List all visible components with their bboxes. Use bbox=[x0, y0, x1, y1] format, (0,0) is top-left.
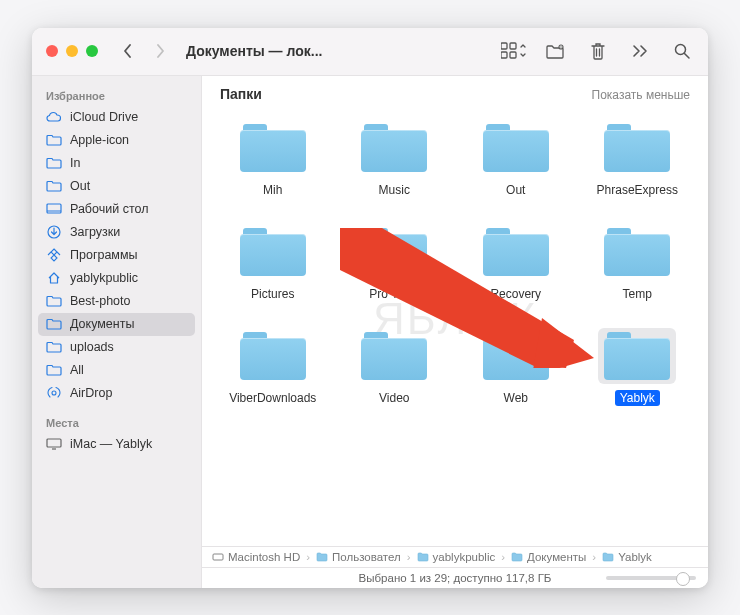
breadcrumb-separator: › bbox=[592, 551, 596, 563]
sidebar-item-label: AirDrop bbox=[70, 386, 112, 400]
sidebar-item-label: Best-photo bbox=[70, 294, 130, 308]
group-button[interactable] bbox=[542, 37, 570, 65]
sidebar-item-imac[interactable]: iMac — Yablyk bbox=[32, 433, 201, 456]
folder-icon bbox=[483, 124, 549, 172]
disk-icon bbox=[212, 551, 224, 563]
folder-item[interactable]: Out bbox=[455, 116, 577, 202]
folder-icon bbox=[417, 552, 429, 562]
sidebar-item-documents[interactable]: Документы bbox=[38, 313, 195, 336]
folder-icon bbox=[316, 552, 328, 562]
breadcrumb[interactable]: Пользовател bbox=[316, 551, 401, 563]
folder-label: Mih bbox=[258, 182, 287, 198]
sidebar-item-airdrop[interactable]: AirDrop bbox=[32, 382, 201, 405]
sidebar-item-desktop[interactable]: Рабочий стол bbox=[32, 198, 201, 221]
folder-grid: ЯБЛЫК MihMusicOutPhraseExpressPicturesPr… bbox=[202, 110, 708, 546]
folder-item[interactable]: Video bbox=[334, 324, 456, 410]
sidebar-item-icloud[interactable]: iCloud Drive bbox=[32, 106, 201, 129]
forward-button[interactable] bbox=[148, 39, 172, 63]
folder-label: Temp bbox=[618, 286, 657, 302]
home-icon bbox=[46, 270, 62, 286]
sidebar-item-in[interactable]: In bbox=[32, 152, 201, 175]
more-button[interactable] bbox=[626, 37, 654, 65]
sidebar-item-all[interactable]: All bbox=[32, 359, 201, 382]
breadcrumb[interactable]: Macintosh HD bbox=[212, 551, 300, 563]
close-button[interactable] bbox=[46, 45, 58, 57]
folder-item[interactable]: Mih bbox=[212, 116, 334, 202]
search-button[interactable] bbox=[668, 37, 696, 65]
path-bar: Macintosh HD›Пользовател›yablykpublic›До… bbox=[202, 546, 708, 567]
apps-icon bbox=[46, 247, 62, 263]
sidebar-item-downloads[interactable]: Загрузки bbox=[32, 221, 201, 244]
folder-item[interactable]: Pro Tools bbox=[334, 220, 456, 306]
chevron-right-icon bbox=[154, 43, 166, 59]
folder-icon bbox=[483, 332, 549, 380]
folder-item[interactable]: Recovery bbox=[455, 220, 577, 306]
folder-icon bbox=[46, 178, 62, 194]
svg-rect-12 bbox=[47, 439, 61, 447]
folder-icon bbox=[46, 339, 62, 355]
icon-size-slider[interactable] bbox=[606, 576, 696, 580]
sidebar-item-label: Программы bbox=[70, 248, 138, 262]
breadcrumb[interactable]: Документы bbox=[511, 551, 586, 563]
chevron-left-icon bbox=[122, 43, 134, 59]
sidebar-item-home[interactable]: yablykpublic bbox=[32, 267, 201, 290]
folder-item[interactable]: Yablyk bbox=[577, 324, 699, 410]
folder-icon bbox=[604, 228, 670, 276]
folder-icon bbox=[240, 228, 306, 276]
back-button[interactable] bbox=[116, 39, 140, 63]
folder-icon bbox=[602, 552, 614, 562]
trash-icon bbox=[589, 41, 607, 61]
folder-label: Video bbox=[374, 390, 414, 406]
sidebar-item-apple-icon[interactable]: Apple-icon bbox=[32, 129, 201, 152]
sidebar-item-applications[interactable]: Программы bbox=[32, 244, 201, 267]
folder-icon bbox=[46, 293, 62, 309]
folder-item[interactable]: PhraseExpress bbox=[577, 116, 699, 202]
breadcrumb-separator: › bbox=[501, 551, 505, 563]
folder-item[interactable]: ViberDownloads bbox=[212, 324, 334, 410]
view-options-button[interactable] bbox=[500, 37, 528, 65]
breadcrumb-separator: › bbox=[306, 551, 310, 563]
minimize-button[interactable] bbox=[66, 45, 78, 57]
zoom-button[interactable] bbox=[86, 45, 98, 57]
breadcrumb-separator: › bbox=[407, 551, 411, 563]
chevron-double-right-icon bbox=[631, 44, 649, 58]
svg-point-5 bbox=[560, 46, 561, 47]
svg-rect-2 bbox=[501, 52, 507, 58]
trash-button[interactable] bbox=[584, 37, 612, 65]
svg-rect-8 bbox=[47, 204, 61, 213]
folder-label: PhraseExpress bbox=[592, 182, 683, 198]
sidebar-item-uploads[interactable]: uploads bbox=[32, 336, 201, 359]
folder-label: Yablyk bbox=[615, 390, 660, 406]
breadcrumb-label: yablykpublic bbox=[433, 551, 496, 563]
show-less-link[interactable]: Показать меньше bbox=[592, 88, 690, 102]
sidebar-item-label: Рабочий стол bbox=[70, 202, 148, 216]
breadcrumb[interactable]: yablykpublic bbox=[417, 551, 496, 563]
cloud-icon bbox=[46, 109, 62, 125]
breadcrumb[interactable]: Yablyk bbox=[602, 551, 652, 563]
folder-label: Web bbox=[499, 390, 533, 406]
folder-item[interactable]: Temp bbox=[577, 220, 699, 306]
svg-rect-0 bbox=[501, 43, 507, 49]
breadcrumb-label: Macintosh HD bbox=[228, 551, 300, 563]
finder-window: Документы — лок... bbox=[32, 28, 708, 588]
svg-point-11 bbox=[52, 391, 56, 395]
sidebar-item-best-photo[interactable]: Best-photo bbox=[32, 290, 201, 313]
sidebar-item-out[interactable]: Out bbox=[32, 175, 201, 198]
svg-rect-3 bbox=[510, 52, 516, 58]
display-icon bbox=[46, 436, 62, 452]
folder-label: Music bbox=[374, 182, 415, 198]
folder-item[interactable]: Pictures bbox=[212, 220, 334, 306]
folder-icon bbox=[511, 552, 523, 562]
folder-icon bbox=[46, 132, 62, 148]
folder-item[interactable]: Music bbox=[334, 116, 456, 202]
toolbar: Документы — лок... bbox=[32, 28, 708, 76]
folder-item[interactable]: Web bbox=[455, 324, 577, 410]
sidebar-item-label: Загрузки bbox=[70, 225, 120, 239]
sidebar-item-label: uploads bbox=[70, 340, 114, 354]
folder-icon bbox=[604, 332, 670, 380]
section-title: Папки bbox=[220, 86, 262, 102]
sidebar-item-label: yablykpublic bbox=[70, 271, 138, 285]
sidebar-section-favorites: Избранное bbox=[32, 84, 201, 106]
folder-icon bbox=[240, 124, 306, 172]
sidebar-item-label: In bbox=[70, 156, 80, 170]
